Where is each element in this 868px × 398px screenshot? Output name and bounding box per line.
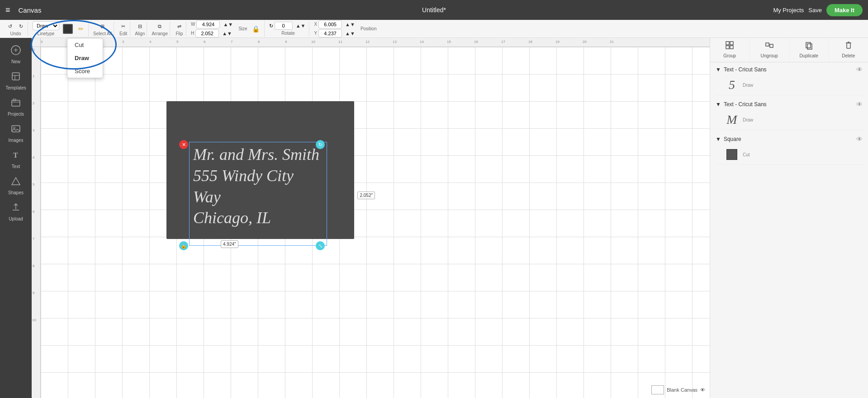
sidebar-item-shapes-label: Shapes xyxy=(8,190,24,195)
duplicate-label: Duplicate xyxy=(799,53,818,58)
svg-rect-9 xyxy=(726,42,729,45)
rotate-handle[interactable]: ↻ xyxy=(316,140,325,149)
width-stepper[interactable]: ▲▼ xyxy=(221,21,235,28)
position-label: Position xyxy=(360,26,377,31)
text-content[interactable]: Mr. and Mrs. Smith 555 Windy City Way Ch… xyxy=(190,142,327,230)
group-icon xyxy=(725,41,734,52)
text-icon: T xyxy=(11,150,21,162)
linetype-label: Linetype xyxy=(38,31,55,36)
sidebar-item-images[interactable]: Images xyxy=(2,120,29,146)
text-line1: Mr. and Mrs. Smith xyxy=(193,144,323,165)
x-stepper[interactable]: ▲▼ xyxy=(343,21,357,28)
lock-aspect-button[interactable]: 🔒 xyxy=(249,23,262,34)
sidebar-item-upload[interactable]: Upload xyxy=(2,199,29,225)
rotate-stepper[interactable]: ▲▼ xyxy=(294,22,308,29)
duplicate-icon xyxy=(804,41,813,52)
redo-button[interactable]: ↻ xyxy=(16,22,26,31)
projects-icon xyxy=(11,98,21,110)
sidebar-item-images-label: Images xyxy=(9,138,24,143)
blank-canvas-eye[interactable]: 👁 xyxy=(700,387,705,393)
rotate-input[interactable] xyxy=(275,22,293,30)
right-panel: Layers Color Sync Group Ungroup Duplicat… xyxy=(710,20,868,398)
linestyle-score[interactable]: Score xyxy=(67,65,103,78)
sidebar-item-text[interactable]: T Text xyxy=(2,146,29,173)
linestyle-select[interactable]: Draw Cut Score xyxy=(33,21,59,30)
width-input[interactable] xyxy=(196,20,220,28)
x-input[interactable] xyxy=(318,20,342,28)
flip-label: Flip xyxy=(175,31,183,36)
visibility-toggle-text1[interactable]: 👁 xyxy=(856,66,863,73)
height-stepper[interactable]: ▲▼ xyxy=(220,30,234,37)
make-it-button[interactable]: Make It xyxy=(826,4,863,16)
layer-title-square: Square xyxy=(724,136,741,142)
edit-label: Edit xyxy=(119,31,127,36)
select-all-label: Select All xyxy=(93,31,112,36)
delete-handle[interactable]: ✕ xyxy=(179,140,188,149)
collapse-icon-text1: ▼ xyxy=(716,66,721,73)
sidebar-item-templates-label: Templates xyxy=(5,85,26,90)
select-all-button[interactable]: ⊞ xyxy=(98,22,107,31)
sidebar-item-upload-label: Upload xyxy=(9,216,23,221)
visibility-toggle-text2[interactable]: 👁 xyxy=(856,101,863,108)
arrange-label: Arrange xyxy=(152,31,168,36)
svg-text:+: + xyxy=(14,46,18,54)
save-button[interactable]: Save xyxy=(808,7,822,14)
upload-icon xyxy=(11,202,21,215)
color-swatch[interactable] xyxy=(63,24,73,34)
y-input[interactable] xyxy=(318,29,342,37)
height-input[interactable] xyxy=(195,29,219,37)
linetype-group: Draw Cut Score Linetype ✏ xyxy=(31,21,89,36)
collapse-icon-square: ▼ xyxy=(716,136,721,142)
fill-button[interactable]: ✏ xyxy=(76,23,86,34)
sidebar-item-projects[interactable]: Projects xyxy=(2,94,29,120)
svg-rect-12 xyxy=(730,46,733,49)
y-stepper[interactable]: ▲▼ xyxy=(343,30,357,37)
svg-rect-10 xyxy=(730,42,733,45)
text-box[interactable]: Mr. and Mrs. Smith 555 Windy City Way Ch… xyxy=(189,142,327,246)
layer-header-text2[interactable]: ▼ Text - Cricut Sans 👁 xyxy=(716,101,863,108)
align-button[interactable]: ⊟ xyxy=(135,22,145,31)
topbar: ≡ Canvas Untitled* My Projects Save Make… xyxy=(0,0,868,20)
svg-text:T: T xyxy=(13,151,18,159)
layer-item-5[interactable]: 5 Draw xyxy=(716,75,863,95)
svg-rect-14 xyxy=(770,44,773,47)
sidebar-item-shapes[interactable]: Shapes xyxy=(2,173,29,199)
ungroup-button[interactable]: Ungroup xyxy=(750,37,790,62)
arrange-button[interactable]: ⧉ xyxy=(155,22,164,31)
size-group: W ▲▼ H ▲▼ Size 🔒 xyxy=(189,20,265,37)
lock-handle[interactable]: 🔒 xyxy=(179,241,188,250)
layer-type-5: Draw xyxy=(743,83,859,88)
svg-rect-5 xyxy=(12,126,20,132)
rotate-group: ↻ ▲▼ Rotate xyxy=(267,22,310,36)
ruler-corner xyxy=(32,38,41,47)
blank-canvas-label: Blank Canvas xyxy=(667,387,697,393)
sidebar-item-templates[interactable]: Templates xyxy=(2,68,29,94)
linestyle-cut[interactable]: Cut xyxy=(67,38,103,52)
sidebar-item-new[interactable]: + New xyxy=(2,42,29,68)
duplicate-button[interactable]: Duplicate xyxy=(789,37,829,62)
visibility-toggle-square[interactable]: 👁 xyxy=(856,136,863,143)
layer-header-text1[interactable]: ▼ Text - Cricut Sans 👁 xyxy=(716,66,863,73)
text-selection-group[interactable]: Mr. and Mrs. Smith 555 Windy City Way Ch… xyxy=(166,101,354,239)
document-title: Untitled* xyxy=(422,6,446,14)
collapse-icon-text2: ▼ xyxy=(716,101,721,108)
my-projects-link[interactable]: My Projects xyxy=(773,7,804,14)
layer-header-square[interactable]: ▼ Square 👁 xyxy=(716,136,863,143)
height-dimension-label: 2.052" xyxy=(357,192,375,199)
undo-button[interactable]: ↺ xyxy=(5,22,15,31)
layer-item-m[interactable]: M Draw xyxy=(716,110,863,130)
flip-button[interactable]: ⇌ xyxy=(175,22,184,31)
grid-canvas[interactable]: Mr. and Mrs. Smith 555 Windy City Way Ch… xyxy=(41,47,710,398)
arrange-group: ⧉ Arrange xyxy=(150,22,170,36)
delete-button[interactable]: Delete xyxy=(829,37,868,62)
edit-group: ✂ Edit xyxy=(117,22,130,36)
edit-button[interactable]: ✂ xyxy=(119,22,128,31)
linestyle-draw[interactable]: Draw xyxy=(67,52,103,65)
layer-item-square[interactable]: Cut xyxy=(716,145,863,165)
scale-handle[interactable]: ⤡ xyxy=(316,241,325,250)
app-title: Canvas xyxy=(19,6,42,14)
hamburger-icon[interactable]: ≡ xyxy=(5,5,10,15)
ruler-horizontal: 0 1 2 3 4 5 6 7 8 9 10 11 12 13 14 15 16… xyxy=(41,38,710,47)
layer-title-text1: Text - Cricut Sans xyxy=(724,66,767,73)
group-button[interactable]: Group xyxy=(710,37,750,62)
